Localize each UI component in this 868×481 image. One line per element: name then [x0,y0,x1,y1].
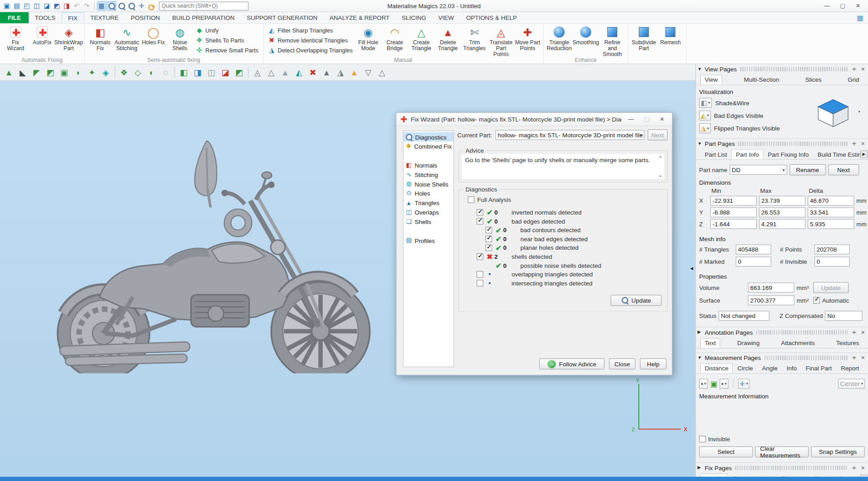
mark-surface-icon[interactable]: ◩ [44,65,57,79]
tab-basic[interactable]: Basic [729,473,753,476]
tab-build-time-estimation[interactable]: Build Time Estimation [813,149,868,159]
menu-tab-build-preparation[interactable]: BUILD PREPARATION [166,12,241,23]
remesh-button[interactable]: Remesh [657,24,684,47]
tab-textures[interactable]: Textures [832,338,864,348]
dim-z-delta-field[interactable]: 5.935 [808,219,854,229]
tab-info[interactable]: Info [782,363,801,373]
fix-wizard-title-bar[interactable]: Fix Wizard (Part: hollow- magics fix STL… [396,113,672,126]
volume-update-button[interactable]: Update [813,282,849,293]
fill-hole-mode-button[interactable]: ◉Fill Hole Mode [355,24,382,52]
menu-tab-texture[interactable]: TEXTURE [84,12,125,23]
translate-part-points-button[interactable]: ◬Translate Part Points [488,24,514,58]
wizard-page-triangles[interactable]: ▲Triangles [404,198,453,207]
create-bridge-button[interactable]: ◠Create Bridge [382,24,408,52]
pin-section-icon[interactable]: ✛ [851,355,858,360]
dim-y-max-field[interactable]: 26.553 [759,207,806,217]
clear-marking-icon[interactable]: ◌ [159,65,172,79]
pin-section-icon[interactable]: ✛ [851,66,858,71]
delete-triangle-button[interactable]: ▲Delete Triangle [434,24,461,52]
shrink-marking-icon[interactable]: ◇ [131,65,144,79]
menu-tab-slicing[interactable]: SLICING [396,12,432,23]
triangle-outline-icon[interactable]: △ [264,65,278,79]
zoom-selection-icon[interactable] [107,1,116,10]
snap-mode-select[interactable]: ✛▾ [738,379,750,389]
cube-solid-icon[interactable]: ◩ [232,65,245,79]
dim-x-delta-field[interactable]: 46.670 [808,196,854,205]
shells-to-parts-button[interactable]: ❖Shells To Parts [195,37,258,44]
tab-view[interactable]: View [700,75,722,84]
mark-brush-icon[interactable]: ◗ [71,65,85,79]
save-icon[interactable]: ◫ [32,1,42,10]
close-section-icon[interactable]: ✕ [860,66,867,71]
section-drag-handle[interactable] [740,67,848,71]
triangle-delete-icon[interactable]: ✖ [306,65,319,79]
zoom-in-icon[interactable] [117,1,126,10]
trim-triangles-button[interactable]: ✄Trim Triangles [461,24,488,52]
dialog-minimize-button[interactable]: — [625,116,637,122]
diagnostic-checkbox[interactable] [486,236,492,243]
tab-attachments[interactable]: Attachments [777,338,819,348]
menu-tab-view[interactable]: VIEW [432,12,460,23]
full-analysis-checkbox[interactable] [468,196,475,203]
invisible-checkbox[interactable] [699,436,706,443]
mark-wand-icon[interactable]: ✦ [85,65,99,79]
dialog-maximize-button[interactable]: ▢ [641,116,653,122]
dialog-close-button[interactable]: ✕ [656,116,668,122]
save-as-icon[interactable]: ◪ [42,1,52,10]
open-file-icon[interactable]: ◰ [22,1,32,10]
triangle-gray-icon[interactable]: ▲ [320,65,333,79]
tab-scroll-right-icon[interactable]: ▶ [860,150,868,158]
measurement-pages-collapse-icon[interactable]: ▼ [698,355,703,360]
shrinkwrap-part-button[interactable]: ◈ShrinkWrap Part [55,24,82,52]
zoom-out-icon[interactable] [127,1,136,10]
holes-fix-button[interactable]: ◯Holes Fix [140,24,167,47]
invisible-count-field[interactable]: 0 [814,257,849,266]
pin-section-icon[interactable]: ✛ [851,465,858,470]
expand-marking-icon[interactable]: ❖ [118,65,131,79]
close-section-icon[interactable]: ✕ [860,465,867,470]
scroll-down-icon[interactable]: ▼ [659,175,662,178]
surface-field[interactable]: 2700.377 [748,295,794,305]
rename-button[interactable]: Rename [789,164,826,175]
zoom-window-icon[interactable]: ▦ [97,1,106,10]
triangle-info-icon[interactable]: ◬ [251,65,264,79]
update-button[interactable]: Update [611,295,662,306]
dim-x-max-field[interactable]: 23.739 [759,196,806,205]
redo-icon[interactable]: ↷ [82,1,91,10]
diagnostic-checkbox[interactable] [486,244,492,251]
new-file-icon[interactable]: ▤ [12,1,22,10]
close-button-dialog[interactable]: Close [609,358,636,369]
menu-tab-file[interactable]: FILE [0,12,28,23]
pin-section-icon[interactable]: ✛ [851,329,858,335]
cube-options-dropdown-icon[interactable]: ▾ [859,109,860,114]
close-section-icon[interactable]: ✕ [860,355,867,360]
part-pages-collapse-icon[interactable]: ▼ [698,141,703,146]
advice-scrollbar[interactable]: ▲▼ [656,154,664,179]
dim-x-min-field[interactable]: -22.931 [710,196,757,205]
triangle-warn-icon[interactable]: ▲ [348,65,361,79]
menu-tab-fix[interactable]: FIX [61,12,84,23]
remove-identical-triangles-button[interactable]: ✖Remove Identical Triangles [268,37,353,44]
measure-target-icon[interactable]: ▣ [710,379,717,388]
next-part-button[interactable]: Next [828,164,859,175]
second-point-mode-select[interactable]: •▾ [720,379,728,389]
fix-wizard-button[interactable]: Fix Wizard [2,24,29,52]
section-drag-handle[interactable] [756,330,847,334]
wizard-page-holes[interactable]: ⊙Holes [404,189,453,198]
dim-z-min-field[interactable]: -1.644 [710,219,757,229]
triangles-count-field[interactable]: 405488 [736,244,771,254]
pan-view-icon[interactable]: ✛ [137,1,146,10]
cube-shade-icon[interactable]: ◫ [205,65,218,79]
triangle-down-icon[interactable]: ▽ [362,65,375,79]
menu-tab-analyze-report[interactable]: ANALYZE & REPORT [324,12,396,23]
scroll-up-icon[interactable]: ▲ [659,155,662,158]
menu-tab-support-generation[interactable]: SUPPORT GENERATION [241,12,323,23]
display-settings-icon[interactable]: ▦ [857,14,863,22]
diagnostic-checkbox[interactable] [476,253,483,260]
triangle-reduction-button[interactable]: Triangle Reduction [546,24,572,52]
motorcycle-model[interactable] [50,131,371,373]
snap-settings-button[interactable]: Snap Settings [811,446,865,457]
wizard-page-overlaps[interactable]: ◫Overlaps [404,207,453,217]
orientation-cube-preview[interactable] [815,98,851,130]
minimize-button[interactable]: — [819,1,835,10]
